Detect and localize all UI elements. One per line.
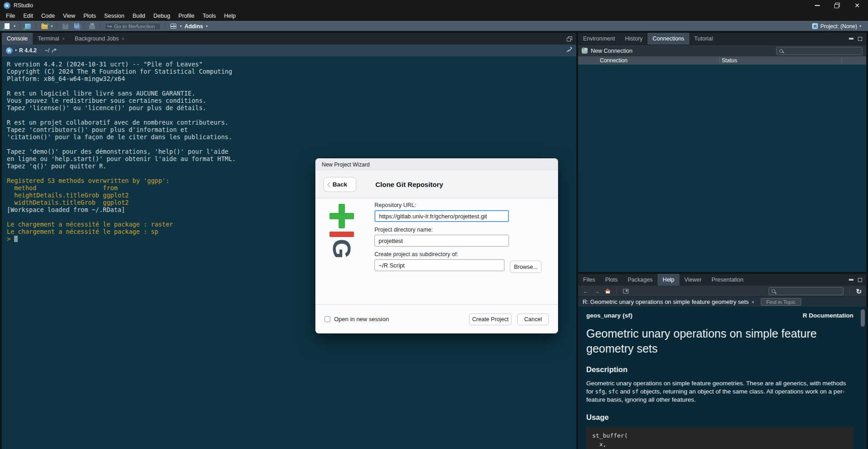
tab-close-icon[interactable]: × [62,36,65,41]
help-pane: FilesPlotsPackagesHelpViewerPresentation… [578,274,866,449]
window-close-icon[interactable]: ✕ [854,2,860,9]
dialog-input-0[interactable] [374,210,509,222]
dialog-field: Create project as subdirectory of: [374,251,509,271]
tab-presentation[interactable]: Presentation [707,274,748,286]
pane-maximize-icon[interactable] [858,37,862,41]
menu-session[interactable]: Session [100,11,128,21]
addins-button[interactable]: Addins [185,23,203,30]
menu-code[interactable]: Code [37,11,59,21]
menu-edit[interactable]: Edit [19,11,37,21]
pane-layout-icon[interactable] [170,22,177,30]
tab-history[interactable]: History [620,33,648,45]
tab-help[interactable]: Help [658,274,679,286]
forward-icon[interactable]: → [594,288,600,294]
open-in-new-session-checkbox[interactable] [324,316,330,322]
environment-tabstrip: EnvironmentHistoryConnectionsTutorial [578,33,866,45]
tab-connections[interactable]: Connections [648,33,689,45]
console-line: Tapez 'demo()' pour des démonstrations, … [7,148,571,155]
tab-label: Packages [628,277,653,283]
tab-files[interactable]: Files [578,274,600,286]
menu-plots[interactable]: Plots [79,11,100,21]
cancel-button[interactable]: Cancel [517,313,549,325]
pane-minimize-icon[interactable] [849,38,853,40]
help-search-input[interactable] [768,287,843,295]
tab-label: Files [583,277,595,283]
menu-debug[interactable]: Debug [150,11,175,21]
back-icon[interactable]: ← [583,288,589,294]
menu-tools[interactable]: Tools [199,11,220,21]
create-project-button[interactable]: Create Project [469,313,512,325]
save-icon[interactable] [61,22,69,30]
browse-button[interactable]: Browse... [510,261,542,273]
tab-environment[interactable]: Environment [578,33,620,45]
tab-console[interactable]: Console [2,33,33,45]
new-project-wizard-dialog: New Project Wizard Back Clone Git Reposi… [315,158,558,333]
tab-background-jobs[interactable]: Background Jobs× [70,33,130,45]
title-bar: R RStudio ✕ [0,0,868,11]
help-scrollbar-thumb[interactable] [861,309,865,327]
open-file-caret-icon[interactable]: ▾ [51,25,53,28]
new-connection-button[interactable]: New Connection [591,48,633,54]
menu-file[interactable]: File [2,11,19,21]
save-all-icon[interactable] [72,22,80,30]
new-file-caret-icon[interactable]: ▾ [14,25,15,28]
console-line: Tapez 'contributors()' pour plus d'infor… [7,126,571,133]
pane-maximize-icon[interactable] [858,278,862,282]
open-in-new-window-icon[interactable] [623,289,629,293]
help-topic-title[interactable]: R: Geometric unary operations on simple … [583,298,749,305]
menu-profile[interactable]: Profile [174,11,198,21]
pane-minimize-icon[interactable] [849,279,853,281]
connections-search-input[interactable] [776,47,863,55]
r-version-icon[interactable]: R [6,47,13,54]
tab-tutorial[interactable]: Tutorial [689,33,718,45]
topic-caret-icon[interactable]: ▾ [752,300,754,304]
search-icon [772,289,775,293]
column-connection[interactable]: Connection [600,57,628,64]
home-icon[interactable] [604,288,611,294]
tab-label: Plots [605,277,618,283]
console-toolbar: R ▾ R 4.4.2 · ~/ [2,45,576,56]
goto-directory-icon[interactable] [52,48,58,53]
goto-file-function-input[interactable]: ↪ Go to file/function [105,23,161,30]
new-file-icon[interactable] [3,22,11,30]
new-connection-icon [582,48,588,54]
dialog-input-2[interactable] [374,259,504,271]
r-version-caret-icon[interactable]: ▾ [15,49,17,52]
doc-symbol: geos_unary {sf} [586,312,633,319]
addins-caret-icon[interactable]: ▾ [206,25,208,28]
tab-plots[interactable]: Plots [600,274,623,286]
tab-close-icon[interactable]: × [121,36,124,41]
main-toolbar: ▾ ▾ ↪ Go to file/function ▾ Addins ▾ R P… [0,21,868,31]
tab-terminal[interactable]: Terminal× [33,33,70,45]
back-button[interactable]: Back [324,177,356,192]
print-icon[interactable] [88,22,96,30]
project-caret-icon: ▾ [859,25,861,28]
environment-pane: EnvironmentHistoryConnectionsTutorial Ne… [578,33,866,272]
rstudio-window: { "window": { "app_title": "RStudio" }, … [0,0,868,449]
window-minimize-icon[interactable] [815,5,820,6]
tab-packages[interactable]: Packages [623,274,658,286]
new-project-icon[interactable] [24,22,32,30]
window-restore-icon[interactable] [834,3,840,8]
pane-layout-caret-icon[interactable]: ▾ [180,25,182,28]
dialog-input-1[interactable] [374,235,509,247]
menu-view[interactable]: View [59,11,80,21]
tab-label: History [625,35,643,42]
menu-build[interactable]: Build [129,11,150,21]
help-document[interactable]: geos_unary {sf} R Documentation Geometri… [578,307,866,449]
tab-label: Background Jobs [75,35,119,42]
working-directory[interactable]: ~/ [45,47,49,54]
refresh-icon[interactable]: ↻ [856,288,862,295]
open-file-icon[interactable] [40,22,48,30]
find-in-topic-button[interactable]: Find in Topic [761,298,801,306]
menu-help[interactable]: Help [220,11,240,21]
clear-console-icon[interactable] [565,46,572,53]
tab-viewer[interactable]: Viewer [679,274,707,286]
desc-text: and [618,388,632,395]
column-status[interactable]: Status [722,57,737,64]
project-selector[interactable]: R Project: (None) ▾ [812,23,865,30]
dialog-field-label: Create project as subdirectory of: [374,251,509,257]
pane-restore-icon[interactable] [567,36,572,41]
dialog-title-bar[interactable]: New Project Wizard [315,158,558,171]
console-line: Vous pouvez le redistribuer sous certain… [7,97,571,104]
